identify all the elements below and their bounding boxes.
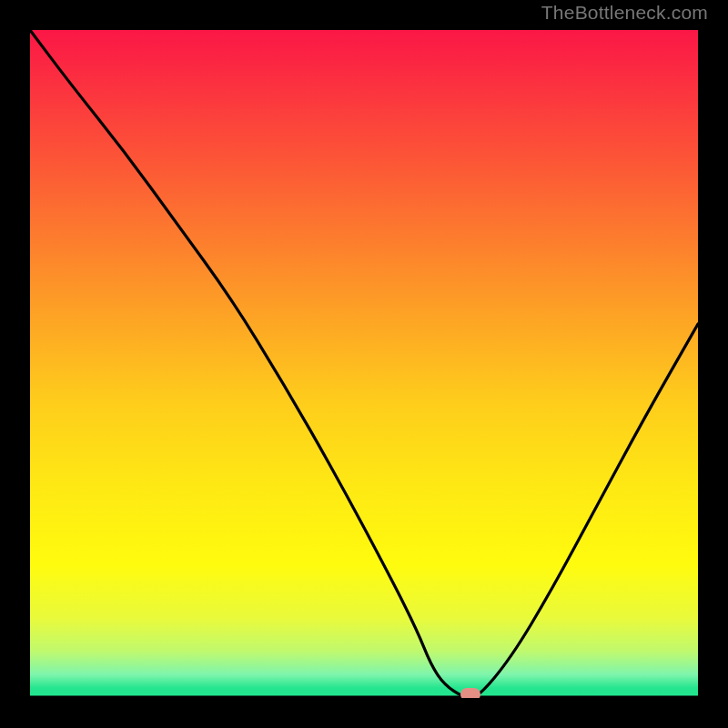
optimal-point-marker xyxy=(460,688,480,698)
plot-area xyxy=(30,30,698,698)
watermark-text: TheBottleneck.com xyxy=(541,2,708,24)
curve-line xyxy=(30,30,698,698)
bottleneck-curve xyxy=(30,30,698,698)
chart-container: TheBottleneck.com xyxy=(0,0,728,728)
